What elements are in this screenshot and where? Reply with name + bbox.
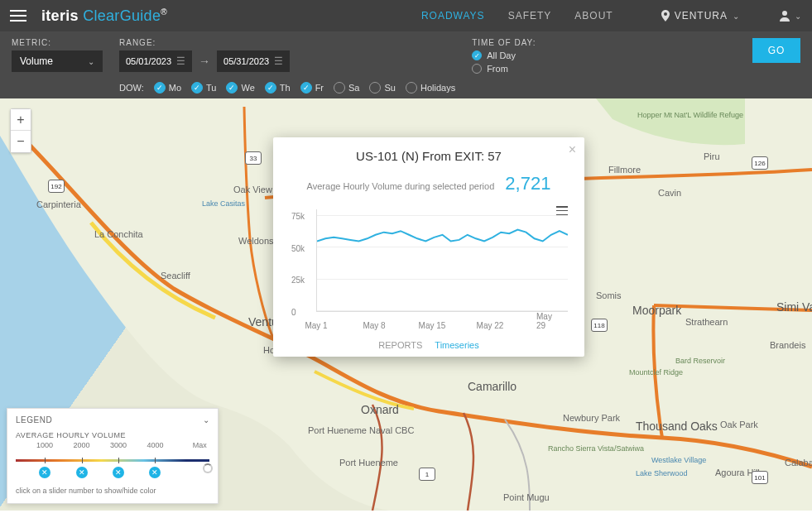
tab-timeseries[interactable]: Timeseries (435, 340, 478, 350)
y-tick-label: 25k (291, 276, 305, 285)
nav-safety[interactable]: SAFETY (508, 10, 552, 22)
y-tick-label: 0 (291, 308, 296, 317)
lake-label: Lake Casitas (202, 199, 245, 208)
range-label: RANGE: (119, 38, 455, 47)
menu-icon[interactable] (10, 10, 26, 22)
route-shield: 192 (48, 180, 65, 193)
lake-label: Lake Sherwood (636, 469, 688, 477)
chevron-down-icon: ⌄ (733, 12, 740, 21)
legend-tick[interactable]: 4000 (147, 441, 163, 449)
y-tick-label: 75k (291, 211, 305, 220)
chevron-down-icon: ⌄ (795, 12, 802, 21)
nav-about[interactable]: ABOUT (574, 10, 613, 22)
route-shield: 126 (752, 156, 768, 170)
pin-icon (661, 10, 670, 22)
lake-label: Westlake Village (651, 456, 706, 464)
x-tick-label: May 22 (477, 321, 504, 330)
location-selector[interactable]: VENTURA ⌄ (661, 10, 740, 22)
zoom-control: + − (10, 108, 31, 153)
zoom-out-button[interactable]: − (11, 131, 31, 152)
dow-tu[interactable]: ✓Tu (191, 82, 216, 94)
tod-label: TIME OF DAY: (472, 38, 536, 47)
dow-fr[interactable]: ✓Fr (300, 82, 324, 94)
park-label: Bard Reservoir (675, 357, 725, 365)
popup-value: 2,721 (505, 173, 550, 194)
map-canvas[interactable]: + − Carpinteria La Conchita Oak View Lak… (0, 98, 812, 511)
route-shield: 101 (752, 471, 768, 484)
legend-gradient[interactable] (16, 459, 209, 462)
close-icon[interactable]: × (569, 142, 576, 157)
route-shield: 118 (591, 319, 608, 332)
x-tick-label: May 8 (363, 321, 385, 330)
loading-spinner-icon (203, 463, 213, 473)
calendar-icon: ☰ (274, 55, 283, 67)
date-from[interactable]: 05/01/2023☰ (119, 50, 192, 72)
legend-toggle[interactable]: ✕ (149, 467, 161, 478)
calendar-icon: ☰ (176, 55, 185, 67)
tod-from[interactable]: From (472, 64, 536, 74)
dow-sa[interactable]: Sa (334, 82, 359, 94)
legend-hint: click on a slider number to show/hide co… (16, 487, 209, 495)
park-label: Rancho Sierra Vista/Satwiwa (548, 444, 644, 453)
x-tick-label: May 15 (419, 321, 446, 330)
legend-tick[interactable]: 3000 (110, 441, 127, 449)
legend-tick[interactable]: 2000 (74, 441, 90, 449)
legend-title: LEGEND (16, 415, 52, 424)
tab-reports[interactable]: REPORTS (378, 340, 422, 350)
route-shield: 1 (419, 468, 435, 481)
y-tick-label: 50k (291, 243, 305, 252)
go-button[interactable]: GO (752, 38, 800, 63)
date-to[interactable]: 05/31/2023☰ (217, 50, 290, 72)
segment-popup: × US-101 (N) From EXIT: 57 Average Hourl… (273, 137, 584, 357)
legend-toggle[interactable]: ✕ (39, 467, 50, 478)
brand-logo: iteris ClearGuide® (41, 7, 167, 25)
park-label: Hopper Mt Nat'L Wildlife Refuge (637, 111, 743, 119)
route-shield: 33 (245, 151, 262, 165)
x-tick-label: May 1 (305, 321, 327, 330)
tod-allday[interactable]: All Day (472, 50, 536, 60)
svg-point-0 (782, 11, 787, 16)
dow-mo[interactable]: ✓Mo (154, 82, 181, 94)
popup-subtitle: Average Hourly Volume during selected pe… (286, 173, 571, 194)
nav-roadways[interactable]: ROADWAYS (421, 10, 485, 22)
legend-metric: AVERAGE HOURLY VOLUME (16, 431, 209, 439)
legend-tick[interactable]: 1000 (36, 441, 53, 449)
popup-title: US-101 (N) From EXIT: 57 (286, 149, 571, 163)
legend-tick: Max (193, 441, 207, 449)
location-label: VENTURA (675, 10, 728, 22)
zoom-in-button[interactable]: + (11, 109, 31, 131)
arrow-right-icon: → (199, 55, 210, 68)
dow-su[interactable]: Su (369, 82, 395, 94)
legend-toggle[interactable]: ✕ (76, 467, 88, 478)
timeseries-chart: 025k50k75kMay 1May 8May 15May 22May 29 (286, 203, 571, 327)
dow-label: DOW: (119, 83, 144, 93)
chevron-down-icon[interactable]: ⌄ (203, 415, 210, 424)
dow-th[interactable]: ✓Th (265, 82, 291, 94)
park-label: Mountclef Ridge (629, 368, 683, 377)
legend-toggle[interactable]: ✕ (113, 467, 124, 478)
metric-label: METRIC: (12, 38, 103, 47)
dow-holidays[interactable]: Holidays (406, 82, 455, 94)
x-tick-label: May 29 (536, 312, 560, 330)
legend-panel: LEGEND ⌄ AVERAGE HOURLY VOLUME 1000 2000… (7, 408, 219, 504)
dow-we[interactable]: ✓We (226, 82, 254, 94)
chevron-down-icon: ⌄ (88, 57, 94, 66)
user-icon (780, 10, 790, 22)
metric-select[interactable]: Volume ⌄ (12, 50, 103, 72)
user-menu[interactable]: ⌄ (780, 10, 802, 22)
